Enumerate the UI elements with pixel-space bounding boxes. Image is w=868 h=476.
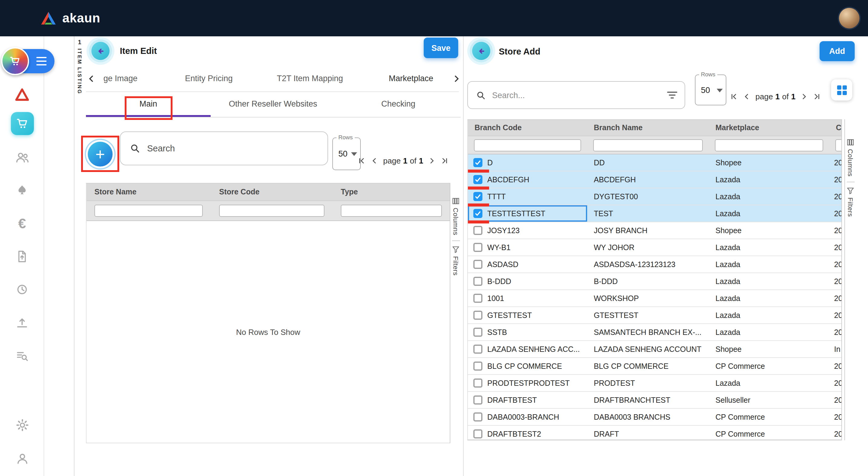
branch-name-filter-input[interactable] (593, 139, 703, 151)
sidebar-item-history[interactable] (0, 282, 44, 296)
sidebar-item-members[interactable] (0, 150, 44, 165)
rows-per-page-select[interactable]: Rows 50 (695, 75, 726, 106)
row-checkbox[interactable] (473, 158, 483, 167)
row-checkbox[interactable] (473, 311, 483, 320)
app-launcher[interactable] (1, 47, 55, 75)
add-button[interactable]: Add (819, 41, 855, 61)
column-header-marketplace[interactable]: Marketplace (709, 120, 829, 136)
rows-per-page-select[interactable]: Rows 50 (332, 138, 361, 170)
type-filter-input[interactable] (341, 205, 442, 217)
module-tab-item-listing[interactable]: 1 ITEM LISTING (75, 39, 84, 94)
store-search-input[interactable] (146, 143, 320, 154)
row-checkbox[interactable] (473, 379, 483, 388)
row-checkbox[interactable] (473, 328, 483, 337)
sidebar-item-file-upload[interactable] (0, 249, 44, 263)
store-name-filter-input[interactable] (94, 205, 203, 217)
row-checkbox[interactable] (473, 345, 483, 354)
table-row[interactable]: WY-B1WY JOHORLazada20 (468, 239, 842, 256)
marketplace-cell: Shopee (709, 154, 829, 171)
row-checkbox[interactable] (473, 243, 483, 252)
table-row[interactable]: ASDASDASDASDSA-123123123Lazada20 (468, 256, 842, 273)
search-list-icon (15, 350, 29, 363)
column-header-store-code[interactable]: Store Code (211, 183, 333, 201)
table-row[interactable]: DRAFTBTEST2DRAFTCP Commerce20 (468, 426, 842, 440)
table-row[interactable]: B-DDDB-DDDLazada20 (468, 273, 842, 290)
tab-image[interactable]: ge Image (103, 74, 138, 83)
filters-panel-button[interactable]: Filters (452, 241, 459, 280)
first-page-button[interactable] (730, 92, 738, 100)
tabs-scroll-left[interactable] (87, 75, 96, 83)
table-row[interactable]: 1001WORKSHOPLazada20 (468, 290, 842, 307)
annotation-underline (468, 170, 489, 173)
store-code-filter-input[interactable] (219, 205, 324, 217)
table-row[interactable]: ABCDEFGHABCDEFGHLazada20 (468, 171, 842, 188)
row-checkbox[interactable] (473, 209, 483, 218)
sidebar-item-pos-cart[interactable] (0, 112, 44, 135)
table-row[interactable]: TESTTESTTESTTESTLazada20 (468, 205, 842, 222)
back-button[interactable] (470, 39, 493, 62)
sidebar-item-loyalty[interactable] (0, 183, 44, 198)
first-page-button[interactable] (358, 156, 366, 165)
sidebar-item-upload[interactable] (0, 316, 44, 329)
table-row[interactable]: DABA0003-BRANCHDABA0003 BRANCHSCP Commer… (468, 409, 842, 426)
column-header-branch-name[interactable]: Branch Name (587, 120, 709, 136)
table-row[interactable]: GTESTTESTGTESTTESTLazada20 (468, 307, 842, 324)
save-button[interactable]: Save (424, 37, 458, 58)
tab-marketplace[interactable]: Marketplace (389, 74, 433, 83)
row-checkbox[interactable] (473, 226, 483, 235)
akaun-logo[interactable]: akaun (40, 0, 100, 36)
next-page-button[interactable] (428, 156, 436, 165)
table-row[interactable]: TTTTDYGTEST00Lazada20 (468, 188, 842, 205)
column-header-store-name[interactable]: Store Name (87, 183, 211, 201)
branch-search-input[interactable] (491, 90, 661, 100)
row-checkbox[interactable] (473, 175, 483, 184)
tabs-scroll-right[interactable] (452, 75, 461, 83)
subtab-other-reseller-websites[interactable]: Other Reseller Websites (229, 99, 317, 109)
table-row[interactable]: DRAFTBTESTDRAFTBRANCHTESTSelluseller20 (468, 392, 842, 409)
prev-page-button[interactable] (743, 92, 751, 100)
row-checkbox[interactable] (473, 429, 483, 439)
subtab-main[interactable]: Main (140, 99, 157, 109)
created-cell: 20 (829, 426, 842, 440)
filter-lines-icon[interactable] (667, 91, 677, 99)
sidebar-item-profile[interactable] (0, 451, 44, 466)
column-header-branch-code[interactable]: Branch Code (468, 120, 587, 136)
subtab-checking[interactable]: Checking (381, 99, 415, 109)
created-filter-input[interactable] (835, 139, 842, 151)
sidebar-item-settings[interactable] (0, 418, 44, 433)
row-checkbox[interactable] (473, 277, 483, 286)
row-checkbox[interactable] (473, 412, 483, 421)
next-page-button[interactable] (800, 92, 808, 100)
row-checkbox[interactable] (473, 294, 483, 303)
prev-page-button[interactable] (370, 156, 378, 165)
marketplace-cell: Lazada (709, 324, 829, 340)
columns-panel-button[interactable]: Columns (847, 134, 854, 181)
table-row[interactable]: BLG CP COMMERCEBLG CP COMMERCECP Commerc… (468, 358, 842, 375)
table-row[interactable]: SSTBSAMSANTECH BRANCH EX-...Lazada20 (468, 324, 842, 341)
table-row[interactable]: DDDShopee20 (468, 154, 842, 171)
back-button[interactable] (89, 39, 112, 62)
row-checkbox[interactable] (473, 192, 483, 201)
marketplace-filter-input[interactable] (715, 139, 823, 151)
last-page-button[interactable] (441, 156, 448, 165)
sidebar-item-audit[interactable] (0, 350, 44, 363)
table-row[interactable]: LAZADA SENHENG ACC...LAZADA SENHENG ACCO… (468, 341, 842, 358)
tab-entity-pricing[interactable]: Entity Pricing (185, 74, 233, 83)
last-page-button[interactable] (813, 92, 821, 100)
columns-panel-button[interactable]: Columns (452, 192, 459, 240)
table-row[interactable]: PRODTESTPRODTESTPRODTESTLazada20 (468, 375, 842, 392)
user-avatar[interactable] (839, 8, 860, 28)
sidebar-item-red-module[interactable] (0, 87, 44, 102)
sidebar-item-currency[interactable]: € (0, 217, 44, 231)
table-row[interactable]: JOSY123JOSY BRANCHShopee20 (468, 222, 842, 239)
tab-t2t-item-mapping[interactable]: T2T Item Mapping (277, 74, 343, 83)
filters-panel-button[interactable]: Filters (847, 182, 854, 221)
add-store-mapping-button[interactable]: + (88, 142, 113, 167)
branch-code-filter-input[interactable] (474, 139, 581, 151)
column-header-created[interactable]: Cr (829, 120, 842, 136)
row-checkbox[interactable] (473, 395, 483, 405)
row-checkbox[interactable] (473, 361, 483, 370)
grid-view-button[interactable] (831, 79, 852, 100)
row-checkbox[interactable] (473, 260, 483, 269)
column-header-type[interactable]: Type (333, 183, 451, 201)
